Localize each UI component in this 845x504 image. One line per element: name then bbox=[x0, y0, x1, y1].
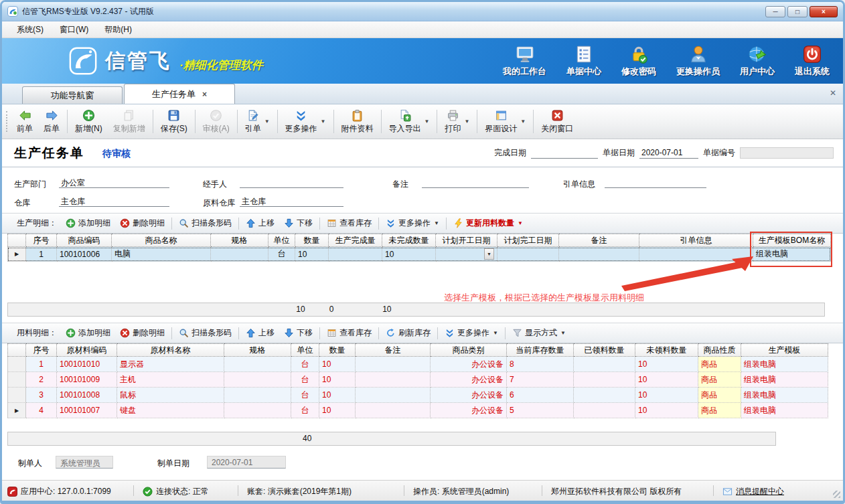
banner-action[interactable]: 退出系统 bbox=[795, 44, 830, 78]
grid-cell[interactable]: 5 bbox=[507, 403, 574, 418]
grid-cell[interactable] bbox=[224, 403, 291, 418]
grid-cell[interactable]: 100101008 bbox=[57, 388, 117, 403]
toolbar-button[interactable]: 下移 bbox=[279, 325, 317, 341]
grid-cell[interactable]: 10 bbox=[295, 247, 329, 262]
grid-cell[interactable]: 商品 bbox=[698, 357, 741, 372]
grid-cell[interactable]: 1 bbox=[26, 247, 57, 262]
grid-cell[interactable]: 100101006 bbox=[57, 247, 112, 262]
grid-cell[interactable]: 10 bbox=[635, 388, 698, 403]
grid-cell[interactable] bbox=[356, 388, 431, 403]
column-header[interactable]: 商品编码 bbox=[57, 234, 112, 247]
toolbar-button[interactable]: 扫描条形码 bbox=[174, 325, 236, 341]
toolbar-button[interactable]: 更多操作▼ bbox=[381, 216, 444, 231]
grid-cell[interactable]: 10 bbox=[635, 372, 698, 388]
toolbar-button[interactable]: 添加明细 bbox=[61, 325, 115, 341]
column-header[interactable]: 序号 bbox=[26, 234, 57, 247]
column-header[interactable]: 生产模板BOM名称 bbox=[753, 234, 831, 247]
grid-cell[interactable]: 组装电脑 bbox=[741, 357, 828, 372]
grid-cell[interactable]: 主机 bbox=[117, 372, 224, 388]
toolbar-button[interactable]: 附件资料 bbox=[336, 106, 379, 137]
grid-cell[interactable]: 鼠标 bbox=[117, 388, 224, 403]
column-header[interactable]: 规格 bbox=[224, 343, 291, 357]
grid-cell[interactable]: 4 bbox=[26, 403, 57, 418]
toolbar-button[interactable]: 复制新增 bbox=[108, 106, 151, 137]
column-header[interactable]: 单位 bbox=[268, 234, 295, 247]
grid-cell[interactable]: 6 bbox=[507, 388, 574, 403]
grid-cell[interactable]: 10 bbox=[319, 403, 356, 418]
resize-grip[interactable] bbox=[833, 491, 840, 498]
banner-action[interactable]: 修改密码 bbox=[621, 44, 656, 78]
cell-dropdown-icon[interactable]: ▼ bbox=[484, 248, 494, 260]
column-header[interactable]: 单位 bbox=[291, 343, 319, 357]
toolbar-button[interactable]: 审核(A) bbox=[198, 106, 235, 137]
complete-date-field[interactable] bbox=[531, 147, 598, 159]
grid-cell[interactable] bbox=[559, 247, 639, 262]
grid-cell[interactable]: 组装电脑 bbox=[753, 247, 831, 262]
close-button[interactable]: × bbox=[810, 6, 838, 17]
column-header[interactable]: 计划开工日期 bbox=[436, 234, 497, 247]
grid-cell[interactable]: 电脑 bbox=[112, 247, 211, 262]
column-header[interactable]: 商品名称 bbox=[112, 234, 211, 247]
toolbar-button[interactable]: 扫描条形码 bbox=[174, 216, 236, 231]
toolbar-button[interactable]: 删除明细 bbox=[115, 325, 169, 341]
toolbar-button[interactable]: 删除明细 bbox=[115, 216, 169, 231]
banner-action[interactable]: 单据中心 bbox=[566, 44, 601, 78]
grid-cell[interactable] bbox=[574, 372, 635, 388]
grid-cell[interactable]: 台 bbox=[291, 403, 319, 418]
toolbar-button[interactable]: 上移 bbox=[241, 216, 279, 231]
grid-cell[interactable]: 组装电脑 bbox=[741, 388, 828, 403]
table-row[interactable]: 3100101008鼠标台10办公设备610商品组装电脑 bbox=[7, 388, 828, 403]
grid-cell[interactable] bbox=[224, 372, 291, 388]
table-row[interactable]: ▶1100101006电脑台1010▼组装电脑 bbox=[7, 247, 831, 262]
grid-cell[interactable]: 台 bbox=[291, 357, 319, 372]
handler-field[interactable] bbox=[240, 177, 343, 188]
grid-cell[interactable]: 100101010 bbox=[57, 357, 117, 372]
message-center-link[interactable]: 消息提醒中心 bbox=[722, 486, 784, 497]
grid-cell[interactable]: 2 bbox=[26, 372, 57, 388]
grid-cell[interactable]: 商品 bbox=[698, 388, 741, 403]
grid-cell[interactable] bbox=[356, 357, 431, 372]
grid-cell[interactable] bbox=[574, 357, 635, 372]
grid-cell[interactable]: 10 bbox=[635, 357, 698, 372]
toolbar-button[interactable]: 查看库存 bbox=[322, 216, 376, 231]
grid-cell[interactable]: 台 bbox=[291, 388, 319, 403]
bill-no-field[interactable] bbox=[740, 147, 834, 159]
grid-cell[interactable] bbox=[224, 357, 291, 372]
banner-action[interactable]: 我的工作台 bbox=[503, 44, 546, 78]
grid-cell[interactable] bbox=[574, 403, 635, 418]
grid-cell[interactable]: 10 bbox=[635, 403, 698, 418]
grid-cell[interactable]: ▼ bbox=[436, 247, 497, 262]
tabstrip-close-icon[interactable]: ✕ bbox=[830, 88, 836, 98]
toolbar-button[interactable]: 添加明细 bbox=[61, 216, 115, 231]
grid-cell[interactable]: 100101009 bbox=[57, 372, 117, 388]
grid-cell[interactable]: 键盘 bbox=[117, 403, 224, 418]
toolbar-button[interactable]: 更新用料数量▼ bbox=[449, 216, 528, 231]
grid-cell[interactable]: 商品 bbox=[698, 372, 741, 388]
grid-cell[interactable]: 显示器 bbox=[117, 357, 224, 372]
grid-cell[interactable]: 办公设备 bbox=[431, 403, 507, 418]
grid-cell[interactable]: 8 bbox=[507, 357, 574, 372]
column-header[interactable]: 当前库存数量 bbox=[507, 343, 574, 357]
toolbar-button[interactable]: 保存(S) bbox=[155, 106, 193, 137]
grid-cell[interactable]: 10 bbox=[319, 388, 356, 403]
toolbar-button[interactable]: 导入导出▼ bbox=[384, 106, 435, 137]
grid-cell[interactable]: 商品 bbox=[698, 403, 741, 418]
ref-info-field[interactable] bbox=[605, 177, 706, 188]
column-header[interactable]: 规格 bbox=[211, 234, 268, 247]
grid-cell[interactable]: 7 bbox=[507, 372, 574, 388]
grid-cell[interactable]: 10 bbox=[319, 372, 356, 388]
column-header[interactable]: 生产完成量 bbox=[329, 234, 382, 247]
maximize-button[interactable]: □ bbox=[787, 6, 808, 17]
tab-active[interactable]: 生产任务单× bbox=[124, 84, 235, 104]
column-header[interactable]: 序号 bbox=[26, 343, 57, 357]
toolbar-button[interactable]: 上移 bbox=[241, 325, 279, 341]
grid-cell[interactable] bbox=[574, 388, 635, 403]
grid-cell[interactable]: 3 bbox=[26, 388, 57, 403]
column-header[interactable]: 备注 bbox=[559, 234, 639, 247]
toolbar-button[interactable]: 后单 bbox=[38, 106, 65, 137]
warehouse-field[interactable]: 主仓库 bbox=[59, 195, 169, 207]
toolbar-button[interactable]: 界面设计▼ bbox=[479, 106, 531, 137]
bill-date-field[interactable]: 2020-07-01 bbox=[639, 147, 698, 159]
column-header[interactable]: 备注 bbox=[356, 343, 431, 357]
table-row[interactable]: 1100101010显示器台10办公设备810商品组装电脑 bbox=[7, 357, 828, 372]
